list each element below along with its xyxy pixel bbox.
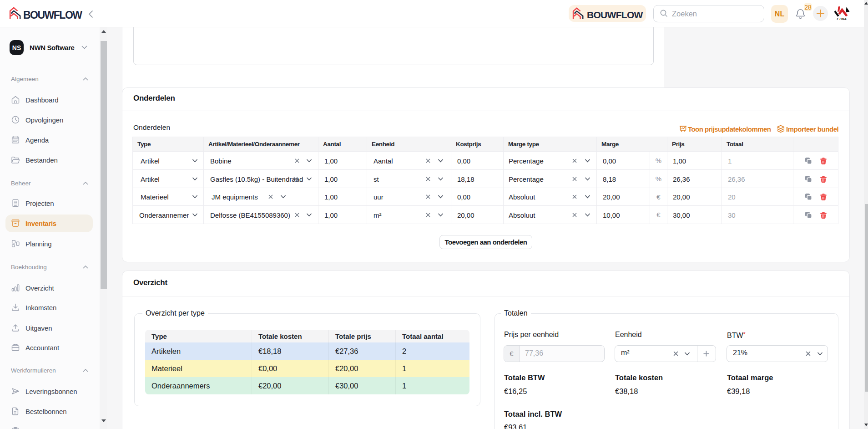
svg-text:FTWA: FTWA bbox=[837, 17, 847, 20]
